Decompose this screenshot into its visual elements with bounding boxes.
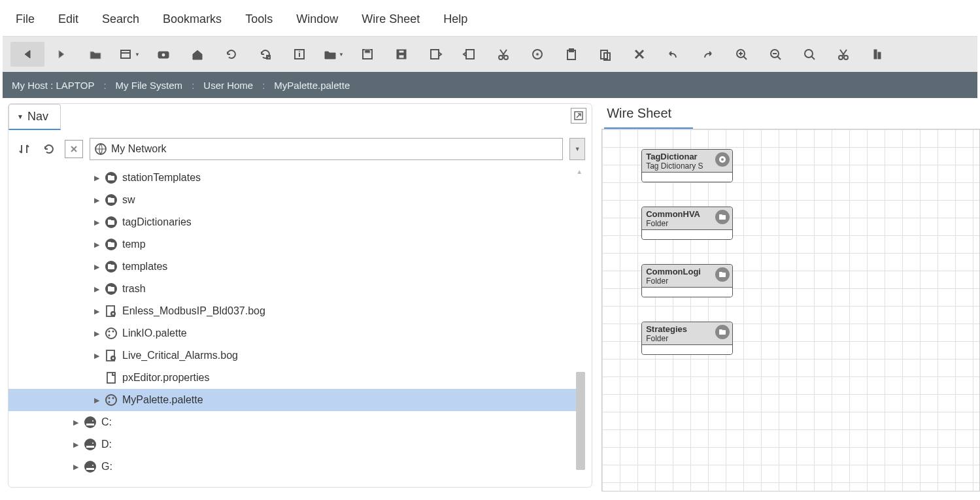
menu-tools[interactable]: Tools xyxy=(245,12,273,26)
tree-item[interactable]: pxEditor.properties xyxy=(8,367,585,389)
close-box-icon[interactable] xyxy=(65,140,83,158)
scrollbar[interactable] xyxy=(576,372,585,470)
breadcrumb-separator: : xyxy=(188,80,198,91)
tree-item-label: G: xyxy=(101,461,112,473)
clipboard-icon[interactable] xyxy=(554,42,588,67)
refresh-icon[interactable] xyxy=(214,42,248,67)
tree-item-label: temp xyxy=(122,239,146,250)
camera-icon[interactable] xyxy=(146,42,180,67)
nav-panel: ▼ Nav My Network ▼ ▲ ▶stationTemplates▶s… xyxy=(8,103,592,488)
network-selector[interactable]: My Network xyxy=(90,138,563,160)
svg-rect-35 xyxy=(878,52,881,59)
breadcrumb-item[interactable]: User Home xyxy=(198,80,258,91)
refresh-small-icon[interactable] xyxy=(40,140,58,158)
tree-item-label: Live_Critical_Alarms.bog xyxy=(122,350,238,361)
zoom-fit-icon[interactable] xyxy=(792,42,826,67)
svg-rect-46 xyxy=(108,220,111,222)
menu-search[interactable]: Search xyxy=(102,12,139,26)
file-gear-icon xyxy=(104,348,118,363)
tree-item[interactable]: ▶stationTemplates xyxy=(8,167,585,189)
align-icon[interactable] xyxy=(860,42,894,67)
wire-block[interactable]: TagDictionarTag Dictionary S xyxy=(641,149,733,182)
back-icon[interactable] xyxy=(10,42,44,67)
redo-icon[interactable] xyxy=(690,42,724,67)
tree-item[interactable]: ▶G: xyxy=(8,456,585,478)
tree-item[interactable]: ▶trash xyxy=(8,278,585,300)
copy-icon[interactable] xyxy=(520,42,554,67)
menu-wire-sheet[interactable]: Wire Sheet xyxy=(362,12,420,26)
open-folder-icon[interactable]: ▼ xyxy=(316,42,350,67)
svg-point-7 xyxy=(299,51,300,52)
window-icon[interactable]: ▼ xyxy=(112,42,146,67)
popout-icon[interactable] xyxy=(571,108,586,124)
tree-item[interactable]: ▶Live_Critical_Alarms.bog xyxy=(8,344,585,367)
breadcrumb-item[interactable]: My Host : LAPTOP xyxy=(7,80,99,91)
palette-icon xyxy=(104,393,118,407)
undo-icon[interactable] xyxy=(656,42,690,67)
caret-icon[interactable]: ▶ xyxy=(92,285,101,293)
caret-icon[interactable]: ▶ xyxy=(92,263,101,271)
caret-icon[interactable]: ▶ xyxy=(92,329,101,338)
wire-block[interactable]: CommonHVAFolder xyxy=(641,207,733,240)
caret-icon[interactable]: ▶ xyxy=(71,463,80,471)
menu-help[interactable]: Help xyxy=(443,12,467,26)
folder-ring-icon xyxy=(104,259,118,274)
save-icon[interactable] xyxy=(350,42,384,67)
sort-icon[interactable] xyxy=(15,140,33,158)
network-dropdown-icon[interactable]: ▼ xyxy=(569,138,585,160)
wire-sheet-canvas[interactable]: TagDictionarTag Dictionary SCommonHVAFol… xyxy=(601,129,980,492)
wire-block[interactable]: CommonLogiFolder xyxy=(641,264,733,297)
tree-item[interactable]: ▶Enless_ModbusIP_Bld037.bog xyxy=(8,300,585,322)
caret-icon[interactable]: ▶ xyxy=(71,418,80,427)
tree-item[interactable]: ▶C: xyxy=(8,411,585,433)
tree-item[interactable]: ▶D: xyxy=(8,433,585,456)
nav-tab[interactable]: ▼ Nav xyxy=(8,104,61,130)
breadcrumb-item[interactable]: My File System xyxy=(110,80,188,91)
svg-line-31 xyxy=(811,56,815,59)
wire-block[interactable]: StrategiesFolder xyxy=(641,322,733,355)
svg-rect-78 xyxy=(86,468,94,470)
caret-icon[interactable]: ▶ xyxy=(92,196,101,205)
paste-icon[interactable] xyxy=(588,42,622,67)
tree-item-label: stationTemplates xyxy=(122,172,201,184)
cut-alt-icon[interactable] xyxy=(826,42,860,67)
menu-file[interactable]: File xyxy=(16,12,35,26)
caret-icon[interactable]: ▶ xyxy=(92,307,101,316)
refresh-alt-icon[interactable] xyxy=(248,42,282,67)
tree-item[interactable]: ▶tagDictionaries xyxy=(8,211,585,233)
svg-point-65 xyxy=(112,358,114,359)
caret-icon[interactable]: ▶ xyxy=(92,352,101,360)
home-icon[interactable] xyxy=(180,42,214,67)
svg-point-71 xyxy=(84,416,96,428)
svg-rect-13 xyxy=(431,50,439,59)
svg-rect-52 xyxy=(108,264,111,266)
tree-item[interactable]: ▶sw xyxy=(8,189,585,211)
cut-icon[interactable] xyxy=(486,42,520,67)
zoom-in-icon[interactable] xyxy=(724,42,758,67)
save-disk-icon[interactable] xyxy=(384,42,418,67)
delete-icon[interactable] xyxy=(622,42,656,67)
forward-icon[interactable] xyxy=(44,42,78,67)
menu-edit[interactable]: Edit xyxy=(58,12,78,26)
menu-window[interactable]: Window xyxy=(296,12,338,26)
caret-icon[interactable]: ▶ xyxy=(71,441,80,449)
caret-icon[interactable]: ▶ xyxy=(92,218,101,227)
info-icon[interactable] xyxy=(282,42,316,67)
svg-point-59 xyxy=(106,328,116,339)
tree-item[interactable]: ▶MyPalette.palette xyxy=(8,389,585,411)
caret-icon[interactable]: ▶ xyxy=(92,174,101,182)
folder-icon[interactable] xyxy=(78,42,112,67)
caret-icon[interactable]: ▶ xyxy=(92,396,101,405)
caret-icon[interactable]: ▶ xyxy=(92,241,101,249)
import-icon[interactable] xyxy=(452,42,486,67)
menu-bookmarks[interactable]: Bookmarks xyxy=(163,12,222,26)
disk-icon xyxy=(83,415,97,429)
tree-item[interactable]: ▶LinkIO.palette xyxy=(8,322,585,344)
zoom-out-icon[interactable] xyxy=(758,42,792,67)
toolbar: ▼▼ xyxy=(3,37,977,72)
export-icon[interactable] xyxy=(418,42,452,67)
breadcrumb-item[interactable]: MyPalette.palette xyxy=(269,80,355,91)
tree-item[interactable]: ▶templates xyxy=(8,256,585,278)
svg-point-77 xyxy=(84,461,96,473)
tree-item[interactable]: ▶temp xyxy=(8,233,585,256)
